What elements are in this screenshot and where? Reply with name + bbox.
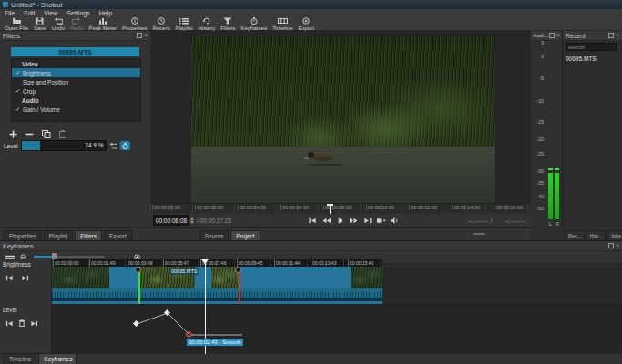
check-icon[interactable]: ✓ [15,106,23,113]
skip-start-button[interactable] [307,216,319,226]
export-button[interactable]: Export [296,17,317,31]
keyframes-button[interactable]: Keyframes [238,17,270,31]
meter-bar-right [555,173,559,219]
title-bar[interactable]: Untitled* - Shotcut [0,0,622,9]
check-icon[interactable]: ✓ [15,87,23,95]
undo-button[interactable]: Undo [49,17,67,31]
menu-settings[interactable]: Settings [62,10,94,16]
close-panel-icon[interactable]: × [144,33,148,38]
close-panel-icon[interactable]: × [616,243,619,248]
grass-background [191,36,495,147]
fast-forward-button[interactable] [348,216,360,226]
keyframes-time-ruler[interactable]: 00:00:00:00 00:00:01:49 00:00:03:48 00:0… [52,259,382,267]
in-point-field: --:--:--:-- [505,217,525,224]
keyframe-end-dot[interactable] [235,267,241,273]
db-scale-label: -50 [531,206,544,211]
filter-item-gain-volume[interactable]: ✓ Gain / Volume [12,105,140,114]
keyframes-panel-title: Keyframes [3,243,33,249]
keyframe-point[interactable] [133,320,139,327]
video-preview[interactable] [191,36,495,203]
menu-view[interactable]: View [39,10,62,16]
recent-item[interactable]: 00695.MTS [566,55,619,63]
ruler-tick: 00:00:10:00 [366,205,394,210]
playlist-button[interactable]: Playlist [172,17,195,31]
ruler-tick: 00:00:01:49 [89,259,115,267]
transport-buttons [307,214,401,227]
play-button[interactable] [334,216,346,226]
filters-clip-name: 00695.MTS [11,47,139,56]
redo-button[interactable]: Redo [67,17,86,31]
recent-button[interactable]: Recent [149,17,172,31]
float-panel-icon[interactable] [608,33,614,38]
db-scale-label: -30 [531,168,544,174]
open-file-button[interactable]: Open File [2,17,31,31]
filters-panel: Filters × 00695.MTS Video ✓ Brightness S… [0,31,151,228]
level-track-lane[interactable]: 00:00:02:43 - Smooth [52,304,622,354]
float-panel-icon[interactable] [137,33,142,38]
zoom-slider[interactable] [34,256,105,258]
keyframe-tooltip: 00:00:02:43 - Smooth [187,339,243,346]
ruler-tick: 00:00:00:00 [53,259,78,267]
tab-jobs[interactable]: Jobs [607,230,622,240]
level-keyframes-toggle-button[interactable] [120,141,130,150]
prev-keyframe-button[interactable] [5,314,14,330]
next-keyframe-button[interactable] [21,268,29,285]
rewind-button[interactable] [321,216,332,226]
current-timecode-field[interactable]: 00:00:08:08 [153,215,189,226]
timecode-spinner[interactable] [190,217,194,224]
ruler-tick: 00:00:16:00 [495,205,523,210]
tab-keyframes[interactable]: Keyframes [38,353,77,364]
tab-history[interactable]: Hist... [586,230,606,240]
window-title: Untitled* - Shotcut [11,2,62,8]
properties-button[interactable]: Properties [119,17,149,31]
filter-item-size-position[interactable]: Size and Position [12,77,140,86]
history-button[interactable]: History [195,17,218,31]
waveform-base [52,298,382,301]
keyframes-panel: Keyframes × 00:00:00:00 00:00:01:49 00:0… [0,240,622,354]
tab-recent[interactable]: Rec... [565,230,585,240]
save-button[interactable]: Save [31,17,49,31]
filter-item-crop[interactable]: ✓ Crop [12,86,140,96]
ruler-tick: 00:00:14:00 [452,205,480,210]
save-icon [36,17,44,25]
menu-file[interactable]: File [0,10,19,16]
app-icon [3,2,8,7]
delete-keyframe-button[interactable] [18,314,25,330]
channel-right-label: R [556,221,559,227]
db-scale-label: -20 [531,136,544,142]
level-fill-bar [22,141,40,150]
check-icon[interactable]: ✓ [15,69,23,76]
brightness-track-lane[interactable]: 00695.MTS [52,267,622,304]
db-scale-label: -40 [531,194,544,199]
spin-up-icon[interactable] [190,217,194,220]
peak-meter-button[interactable]: Peak Meter [86,17,119,31]
next-keyframe-button[interactable] [30,314,38,330]
menu-help[interactable]: Help [95,10,117,16]
recent-search-input[interactable] [566,43,617,51]
filter-list: Video ✓ Brightness Size and Position ✓ C… [11,58,141,122]
splitter-handle[interactable] [473,233,485,235]
prev-keyframe-button[interactable] [5,268,14,285]
level-undo-button[interactable] [109,142,117,150]
filter-item-brightness[interactable]: ✓ Brightness [12,68,140,77]
close-panel-icon[interactable]: × [616,33,619,38]
menu-edit[interactable]: Edit [19,10,39,16]
grid-button[interactable] [375,216,387,226]
tab-timeline[interactable]: Timeline [4,353,36,364]
volume-button[interactable] [389,216,401,226]
ruler-tick: 00:00:00:00 [152,205,180,210]
timeline-button[interactable]: Timeline [270,17,295,31]
keyframe-start-dot[interactable] [135,267,141,273]
ruler-tick: 00:00:05:47 [163,259,189,267]
level-spinbox[interactable]: 24.9 % [21,140,107,151]
float-panel-icon[interactable] [549,33,555,38]
skip-end-button[interactable] [362,216,373,226]
close-panel-icon[interactable]: × [556,33,560,38]
float-panel-icon[interactable] [608,243,614,248]
filters-icon [223,17,232,25]
spin-down-icon[interactable] [190,221,194,224]
peak-meter-icon [98,17,107,25]
level-value: 24.9 % [85,142,103,148]
peak-indicator-right [555,168,559,170]
filters-button[interactable]: Filters [218,17,238,31]
